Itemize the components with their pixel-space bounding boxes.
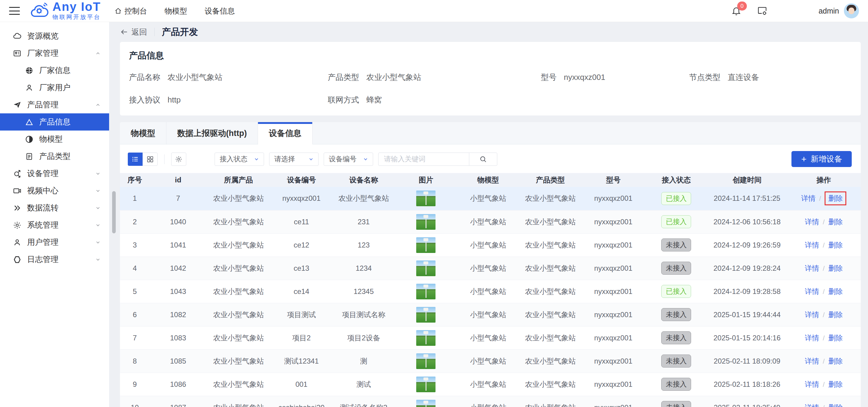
sidebar-item-12[interactable]: 系统管理 xyxy=(0,216,109,233)
avatar[interactable] xyxy=(844,3,859,19)
search-input[interactable] xyxy=(378,153,469,166)
table-row[interactable]: 61082农业小型气象站项目测试项目测试名称小型气象站农业小型气象站nyxxqx… xyxy=(120,303,861,326)
detail-link[interactable]: 详情 xyxy=(805,334,819,342)
cell-no: 7 xyxy=(120,326,150,349)
delete-link[interactable]: 删除 xyxy=(828,311,843,319)
sidebar-item-13[interactable]: 用户管理 xyxy=(0,233,109,251)
cell-id: 1085 xyxy=(150,349,207,373)
sidebar-item-9[interactable]: 设备管理 xyxy=(0,165,109,182)
table-row[interactable]: 41042农业小型气象站ce131234小型气象站农业小型气象站nyxxqxz0… xyxy=(120,256,861,280)
cell-code: ce12 xyxy=(270,233,333,256)
filter-select-1[interactable]: 接入状态 xyxy=(215,153,264,166)
delete-link[interactable]: 删除 xyxy=(828,194,843,202)
action-separator: / xyxy=(823,334,825,342)
sidebar-item-1[interactable]: 资源概览 xyxy=(0,27,109,44)
sidebar-item-5[interactable]: 产品管理 xyxy=(0,96,109,113)
sidebar-item-label: 日志管理 xyxy=(27,254,59,265)
user-menu[interactable]: admin xyxy=(818,3,859,19)
delete-link[interactable]: 删除 xyxy=(828,357,843,365)
action-separator: / xyxy=(819,195,821,202)
table-row[interactable]: 21040农业小型气象站ce11231小型气象站农业小型气象站nyxxqxz00… xyxy=(120,210,861,233)
cell-code: ceshishebei30 xyxy=(270,396,333,407)
table-row[interactable]: 31041农业小型气象站ce12123小型气象站农业小型气象站nyxxqxz00… xyxy=(120,233,861,256)
username: admin xyxy=(818,7,839,15)
back-button[interactable]: 返回 xyxy=(120,27,147,37)
search-button[interactable] xyxy=(469,153,497,166)
detail-link[interactable]: 详情 xyxy=(801,194,815,202)
cell-actions: 详情/删除 xyxy=(786,303,861,326)
status-badge: 已接入 xyxy=(661,192,691,205)
detail-link[interactable]: 详情 xyxy=(805,264,819,272)
cell-name: 农业小型气象站 xyxy=(333,187,395,210)
sidebar-item-2[interactable]: 厂家管理 xyxy=(0,44,109,62)
brand-title: Any IoT xyxy=(53,1,101,13)
add-device-button[interactable]: + 新增设备 xyxy=(792,151,852,167)
detail-link[interactable]: 详情 xyxy=(805,311,819,319)
table-row[interactable]: 101087农业小型气象站ceshishebei30测试设备名称3小型气象站农业… xyxy=(120,396,861,407)
detail-link[interactable]: 详情 xyxy=(805,380,819,388)
cell-product: 农业小型气象站 xyxy=(207,396,270,407)
cell-status: 已接入 xyxy=(645,280,707,303)
cell-created: 2024-12-09 19:28:24 xyxy=(707,256,786,280)
delete-link[interactable]: 删除 xyxy=(828,334,843,342)
sidebar-item-7[interactable]: 物模型 xyxy=(0,130,109,148)
select-value: 请选择 xyxy=(274,154,295,164)
action-separator: / xyxy=(823,242,825,249)
sidebar-item-3[interactable]: 厂家信息 xyxy=(0,62,109,79)
cell-code: ce11 xyxy=(270,210,333,233)
action-separator: / xyxy=(823,265,825,272)
topnav-item-2[interactable]: 物模型 xyxy=(164,6,187,16)
sidebar-item-6[interactable]: 产品信息 xyxy=(0,113,109,130)
cell-status: 已接入 xyxy=(645,187,707,210)
topnav-item-1[interactable]: 控制台 xyxy=(114,6,147,16)
sidebar-item-label: 厂家用户 xyxy=(39,82,70,93)
list-view-button[interactable] xyxy=(128,153,143,166)
table-row[interactable]: 17农业小型气象站nyxxqxz001农业小型气象站小型气象站农业小型气象站ny… xyxy=(120,187,861,210)
sidebar-item-8[interactable]: 产品类型 xyxy=(0,148,109,165)
field-value: 农业小型气象站 xyxy=(366,72,421,83)
cell-product: 农业小型气象站 xyxy=(207,373,270,396)
sidebar-item-14[interactable]: 日志管理 xyxy=(0,251,109,268)
sidebar-scrollbar[interactable] xyxy=(112,191,116,233)
sidebar-item-11[interactable]: 数据流转 xyxy=(0,199,109,216)
detail-link[interactable]: 详情 xyxy=(805,403,819,407)
table-row[interactable]: 71083农业小型气象站项目2项目2设备小型气象站农业小型气象站nyxxqxz0… xyxy=(120,326,861,349)
cell-model: 小型气象站 xyxy=(457,303,519,326)
grid-view-button[interactable] xyxy=(143,153,158,166)
device-thumbnail xyxy=(416,307,435,322)
tab-3[interactable]: 设备信息 xyxy=(258,122,313,145)
arrow-left-icon xyxy=(120,28,128,36)
column-settings-button[interactable] xyxy=(171,153,186,166)
action-separator: / xyxy=(823,357,825,365)
workspace-settings-icon[interactable] xyxy=(757,6,767,16)
delete-link[interactable]: 删除 xyxy=(828,264,843,272)
tab-1[interactable]: 物模型 xyxy=(120,122,166,145)
delete-link[interactable]: 删除 xyxy=(828,380,843,388)
topnav-item-3[interactable]: 设备信息 xyxy=(205,6,235,16)
table-row[interactable]: 51043农业小型气象站ce1412345小型气象站农业小型气象站nyxxqxz… xyxy=(120,280,861,303)
delete-link[interactable]: 删除 xyxy=(828,218,843,226)
table-row[interactable]: 81085农业小型气象站测试12341测小型气象站农业小型气象站nyxxqxz0… xyxy=(120,349,861,373)
detail-link[interactable]: 详情 xyxy=(805,218,819,226)
detail-link[interactable]: 详情 xyxy=(805,241,819,249)
detail-link[interactable]: 详情 xyxy=(805,287,819,295)
cell-no: 5 xyxy=(120,280,150,303)
detail-link[interactable]: 详情 xyxy=(805,357,819,365)
action-separator: / xyxy=(823,404,825,407)
table-row[interactable]: 91086农业小型气象站001测试小型气象站农业小型气象站nyxxqxz001未… xyxy=(120,373,861,396)
notification-bell-icon[interactable]: 0 xyxy=(731,6,741,16)
cell-code: nyxxqxz001 xyxy=(270,187,333,210)
filter-select-3[interactable]: 设备编号 xyxy=(324,153,373,166)
cell-model-no: nyxxqxz001 xyxy=(581,256,645,280)
filter-select-2[interactable]: 请选择 xyxy=(269,153,318,166)
delete-link[interactable]: 删除 xyxy=(828,241,843,249)
app-root: Any IoT 物联网开放平台 控制台物模型设备信息 0 admin 资源概览厂… xyxy=(0,0,868,407)
delete-link[interactable]: 删除 xyxy=(828,403,843,407)
delete-link[interactable]: 删除 xyxy=(828,287,843,295)
menu-toggle-icon[interactable] xyxy=(9,7,20,15)
sidebar-item-label: 用户管理 xyxy=(27,237,59,248)
tab-2[interactable]: 数据上报驱动(http) xyxy=(166,122,258,145)
sidebar-item-4[interactable]: 厂家用户 xyxy=(0,79,109,96)
sidebar-item-10[interactable]: 视频中心 xyxy=(0,182,109,199)
tab-strip: 物模型数据上报驱动(http)设备信息 xyxy=(120,122,861,145)
